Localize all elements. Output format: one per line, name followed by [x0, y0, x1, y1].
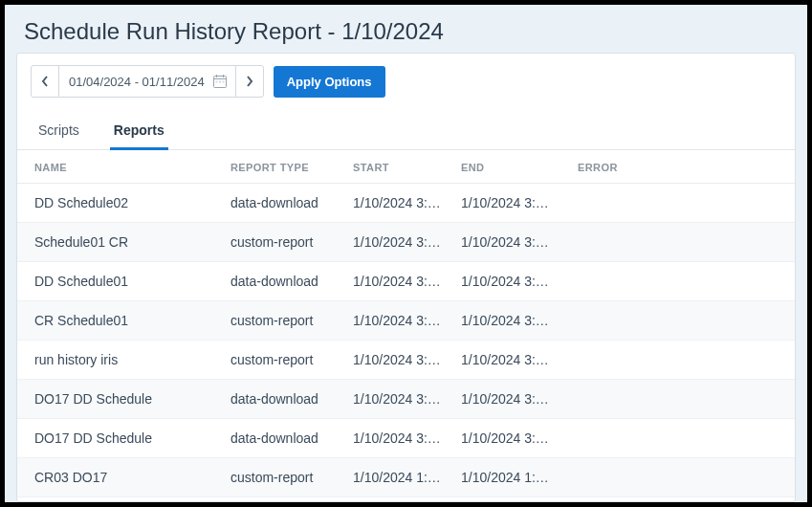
- cell-end: 1/10/2024 3:…: [461, 313, 578, 328]
- table-row[interactable]: CR03 DO17custom-report1/10/2024 1:…1/10/…: [17, 458, 795, 497]
- cell-error: [578, 430, 778, 446]
- table-row[interactable]: DO17 DD Scheduledata-download1/10/2024 3…: [17, 419, 795, 458]
- cell-end: 1/10/2024 3:…: [461, 391, 578, 407]
- cell-end: 1/10/2024 1:…: [461, 470, 578, 485]
- calendar-icon: [212, 74, 228, 89]
- cell-type: data-download: [230, 391, 353, 407]
- chevron-right-icon: [246, 76, 253, 87]
- cell-type: custom-report: [230, 352, 353, 367]
- cell-start: 1/10/2024 3:…: [353, 195, 461, 210]
- cell-error: [578, 195, 778, 210]
- cell-type: data-download: [230, 274, 353, 289]
- tab-reports[interactable]: Reports: [110, 115, 168, 150]
- cell-error: [578, 470, 778, 485]
- col-header-name[interactable]: NAME: [34, 162, 230, 173]
- cell-name: CR03 DO17: [34, 470, 230, 485]
- cell-name: DD Schedule02: [34, 195, 230, 210]
- table-row[interactable]: DO17 DD Scheduledata-download1/10/2024 3…: [17, 380, 795, 419]
- cell-error: [578, 391, 778, 407]
- page-title: Schedule Run History Report - 1/10/2024: [5, 5, 807, 53]
- cell-end: 1/10/2024 3:…: [461, 274, 578, 289]
- reports-table: NAME REPORT TYPE START END ERROR DD Sche…: [17, 150, 795, 497]
- col-header-error[interactable]: ERROR: [578, 162, 778, 173]
- cell-name: Schedule01 CR: [34, 234, 230, 250]
- tabs: Scripts Reports: [17, 107, 795, 150]
- cell-start: 1/10/2024 3:…: [353, 430, 461, 446]
- cell-type: custom-report: [230, 234, 353, 250]
- cell-start: 1/10/2024 3:…: [353, 313, 461, 328]
- cell-type: data-download: [230, 195, 353, 210]
- cell-name: DO17 DD Schedule: [34, 391, 230, 407]
- date-next-button[interactable]: [235, 65, 264, 98]
- cell-end: 1/10/2024 3:…: [461, 430, 578, 446]
- cell-type: custom-report: [230, 470, 353, 485]
- cell-type: data-download: [230, 430, 353, 446]
- main-panel: 01/04/2024 - 01/11/2024 Apply Options Sc…: [16, 53, 796, 502]
- cell-name: run history iris: [34, 352, 230, 367]
- date-range-group: 01/04/2024 - 01/11/2024: [31, 65, 264, 98]
- chevron-left-icon: [41, 76, 49, 87]
- date-range-picker[interactable]: 01/04/2024 - 01/11/2024: [59, 65, 235, 98]
- table-row[interactable]: Schedule01 CRcustom-report1/10/2024 3:…1…: [17, 223, 795, 262]
- toolbar: 01/04/2024 - 01/11/2024 Apply Options: [17, 54, 795, 107]
- tab-scripts[interactable]: Scripts: [34, 115, 83, 150]
- col-header-start[interactable]: START: [353, 162, 461, 173]
- cell-type: custom-report: [230, 313, 353, 328]
- cell-end: 1/10/2024 3:…: [461, 234, 578, 250]
- cell-start: 1/10/2024 3:…: [353, 391, 461, 407]
- svg-rect-6: [222, 81, 224, 83]
- table-row[interactable]: CR Schedule01custom-report1/10/2024 3:…1…: [17, 301, 795, 341]
- svg-rect-4: [215, 81, 217, 83]
- apply-options-button[interactable]: Apply Options: [274, 66, 385, 98]
- cell-end: 1/10/2024 3:…: [461, 195, 578, 210]
- svg-rect-5: [219, 81, 221, 83]
- cell-name: DD Schedule01: [34, 274, 230, 289]
- cell-error: [578, 352, 778, 367]
- table-header: NAME REPORT TYPE START END ERROR: [17, 150, 795, 184]
- cell-start: 1/10/2024 3:…: [353, 234, 461, 250]
- table-row[interactable]: DD Schedule01data-download1/10/2024 3:…1…: [17, 262, 795, 301]
- cell-name: DO17 DD Schedule: [34, 430, 230, 446]
- cell-name: CR Schedule01: [34, 313, 230, 328]
- date-range-text: 01/04/2024 - 01/11/2024: [69, 75, 205, 89]
- cell-end: 1/10/2024 3:…: [461, 352, 578, 367]
- cell-start: 1/10/2024 3:…: [353, 352, 461, 367]
- cell-start: 1/10/2024 3:…: [353, 274, 461, 289]
- cell-error: [578, 313, 778, 328]
- cell-error: [578, 234, 778, 250]
- table-body: DD Schedule02data-download1/10/2024 3:…1…: [17, 184, 795, 497]
- table-row[interactable]: run history iriscustom-report1/10/2024 3…: [17, 341, 795, 380]
- col-header-end[interactable]: END: [461, 162, 578, 173]
- col-header-type[interactable]: REPORT TYPE: [230, 162, 353, 173]
- cell-start: 1/10/2024 1:…: [353, 470, 461, 485]
- date-prev-button[interactable]: [31, 65, 59, 98]
- table-row[interactable]: DD Schedule02data-download1/10/2024 3:…1…: [17, 184, 795, 223]
- cell-error: [578, 274, 778, 289]
